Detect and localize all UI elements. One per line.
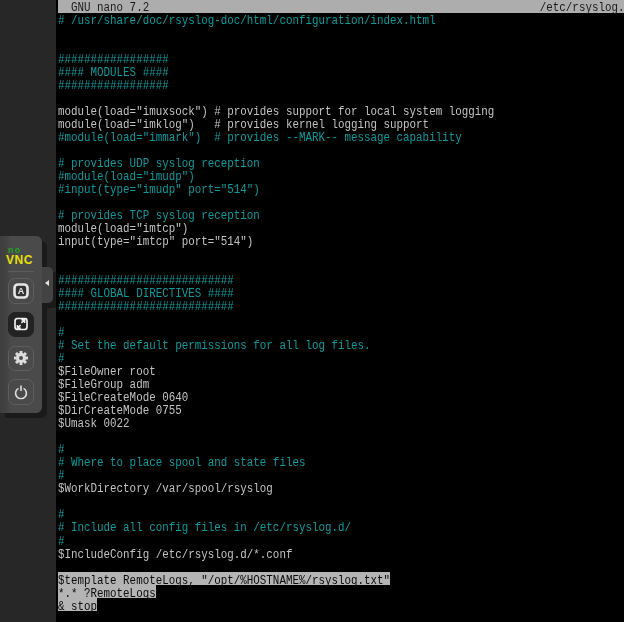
svg-text:A: A: [18, 286, 25, 296]
